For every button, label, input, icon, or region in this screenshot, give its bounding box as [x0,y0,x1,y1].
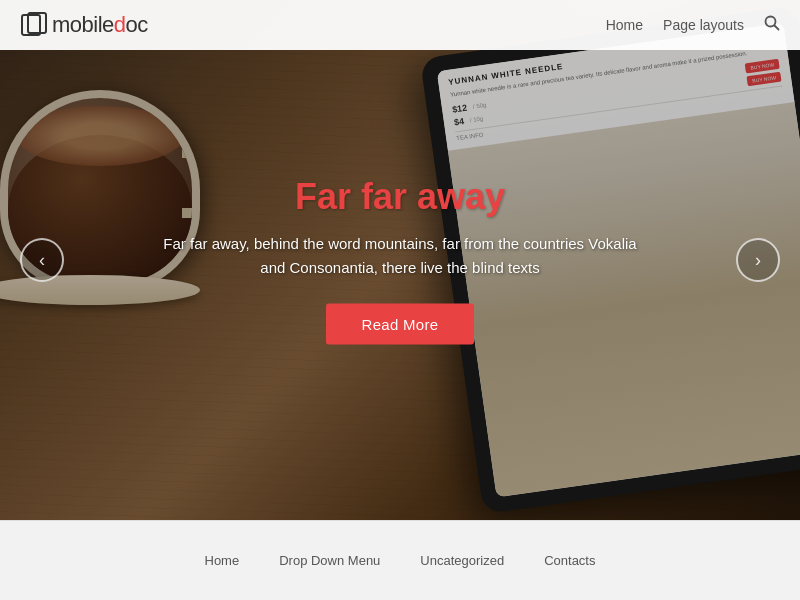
main-nav: Home Page layouts [606,15,780,35]
header: mobiledoc Home Page layouts [0,0,800,50]
footer-nav-home[interactable]: Home [205,553,240,568]
hero-headline: Far far away [150,176,650,218]
footer-nav-dropdown[interactable]: Drop Down Menu [279,553,380,568]
hero-text-block: Far far away Far far away, behind the wo… [150,176,650,345]
search-icon[interactable] [764,15,780,35]
read-more-button[interactable]: Read More [326,304,475,345]
footer-nav-uncategorized[interactable]: Uncategorized [420,553,504,568]
hero-subtext: Far far away, behind the word mountains,… [150,232,650,280]
svg-line-3 [775,26,779,30]
carousel-next-button[interactable]: › [736,238,780,282]
nav-home[interactable]: Home [606,17,643,33]
logo: mobiledoc [20,11,148,39]
logo-icon [20,11,48,39]
logo-text: mobiledoc [52,12,148,38]
nav-page-layouts[interactable]: Page layouts [663,17,744,33]
footer-nav-contacts[interactable]: Contacts [544,553,595,568]
carousel-prev-button[interactable]: ‹ [20,238,64,282]
footer-nav: Home Drop Down Menu Uncategorized Contac… [0,520,800,600]
hero-section: YUNNAN WHITE NEEDLE Yunnan white needle … [0,0,800,520]
